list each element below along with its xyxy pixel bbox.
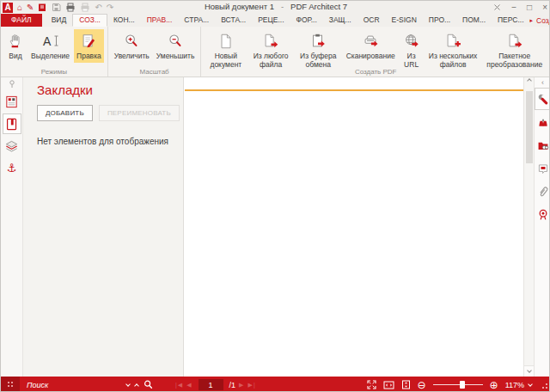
- fit-width-icon[interactable]: [383, 381, 394, 389]
- minimize-button[interactable]: −: [511, 3, 516, 13]
- zoom-out-button[interactable]: ⊖: [418, 380, 426, 390]
- ribbon: Вид A Выделение Правка Режимы: [1, 27, 550, 77]
- search-next-icon[interactable]: [125, 382, 131, 387]
- scroll-down-icon[interactable]: [524, 365, 534, 377]
- vertical-scrollbar[interactable]: [523, 77, 534, 377]
- new-document-label: Новый документ: [207, 52, 244, 69]
- add-bookmark-button[interactable]: ДОБАВИТЬ: [37, 105, 93, 121]
- stamp-panel-icon[interactable]: [535, 157, 550, 180]
- attachments-panel-icon[interactable]: [535, 181, 550, 203]
- thumbnails-panel-icon[interactable]: [3, 91, 21, 112]
- zoom-level[interactable]: 117%: [505, 381, 524, 389]
- search-input[interactable]: Поиск: [27, 381, 48, 389]
- account-label: Создать аккаунт / Войти: [536, 16, 550, 25]
- save-icon[interactable]: [52, 3, 61, 13]
- layers-panel-icon[interactable]: [3, 136, 21, 156]
- tab-convert[interactable]: КОН...: [107, 14, 141, 27]
- anchor-panel-icon[interactable]: ⚓: [3, 158, 21, 179]
- zoom-slider-handle[interactable]: [460, 381, 465, 389]
- toggle-fullscreen-icon[interactable]: [493, 3, 501, 11]
- home-icon[interactable]: ⌂: [17, 3, 22, 13]
- tab-create[interactable]: СОЗ...: [72, 14, 107, 27]
- search-panel-icon[interactable]: [535, 111, 550, 133]
- tab-review[interactable]: РЕЦЕ...: [252, 14, 290, 27]
- search-prev-icon[interactable]: [134, 383, 139, 389]
- prev-page-icon[interactable]: ◀: [186, 382, 192, 389]
- pin-panel-icon[interactable]: [3, 79, 21, 89]
- fit-page-icon[interactable]: [401, 380, 411, 389]
- edit-mode-label: Правка: [76, 52, 101, 61]
- undo-icon[interactable]: ↶: [95, 3, 101, 13]
- signatures-panel-icon[interactable]: [535, 204, 550, 226]
- ribbon-group-zoom-title: Масштаб: [108, 68, 201, 76]
- from-any-file-label: Из любого файла: [251, 52, 290, 69]
- content-area: ⚓ Закладки ДОБАВИТЬ ПЕРЕИМЕНОВАТЬ УДАЛИТ…: [1, 77, 550, 377]
- tab-insert[interactable]: ВСТА...: [215, 14, 252, 27]
- page-navigation: |◀ ◀ 1 /1 ▶ ▶|: [175, 377, 256, 392]
- open-file-icon[interactable]: [38, 3, 47, 13]
- magnifier-minus-icon: [167, 31, 184, 52]
- zoom-out-button[interactable]: Уменьшить: [154, 29, 198, 63]
- redo-icon[interactable]: ↷: [107, 3, 113, 13]
- svg-text:A: A: [43, 34, 52, 48]
- print-special-icon[interactable]: [80, 3, 90, 13]
- batch-conversion-button[interactable]: Пакетное преобразование: [482, 29, 547, 70]
- resize-grip[interactable]: [541, 381, 548, 389]
- create-account-link[interactable]: ▸ Создать аккаунт / Войти: [530, 14, 550, 27]
- tab-help[interactable]: ПОМ...: [456, 14, 492, 27]
- tab-esign[interactable]: E-SIGN: [386, 14, 423, 27]
- zoom-in-button[interactable]: Увеличить: [112, 29, 152, 63]
- scan-button[interactable]: Сканирование: [344, 29, 398, 63]
- close-button[interactable]: ×: [542, 3, 547, 13]
- tools-panel-icon[interactable]: [535, 88, 550, 110]
- zoom-in-button[interactable]: ⊕: [490, 380, 498, 390]
- tab-secure[interactable]: ЗАЩ...: [323, 14, 358, 27]
- search-in-files-panel-icon[interactable]: [535, 134, 550, 156]
- tab-vid[interactable]: ВИД: [46, 14, 73, 27]
- quick-access-toolbar: A ⌂ ✎ ↶ ↷: [1, 1, 113, 14]
- clipboard-arrow-icon: [309, 31, 327, 52]
- title-bar: A ⌂ ✎ ↶ ↷ Новый документ 1-PDF Architect…: [1, 1, 550, 14]
- first-page-icon[interactable]: |◀: [175, 382, 183, 389]
- from-clipboard-button[interactable]: Из буфера обмена: [295, 29, 342, 70]
- app-logo-icon[interactable]: A: [3, 3, 13, 13]
- zoom-in-label: Увеличить: [114, 52, 150, 61]
- maximize-button[interactable]: □: [527, 3, 532, 13]
- new-document-button[interactable]: Новый документ: [205, 29, 247, 70]
- print-icon[interactable]: [65, 3, 76, 13]
- view-mode-button[interactable]: Вид: [4, 29, 27, 63]
- from-url-button[interactable]: Из URL: [400, 29, 424, 70]
- zoom-dropdown-icon[interactable]: [528, 382, 533, 387]
- tab-ocr[interactable]: OCR: [358, 14, 386, 27]
- zoom-slider[interactable]: [433, 381, 483, 389]
- tab-edit[interactable]: ПРАВ...: [141, 14, 179, 27]
- edit-pen-icon[interactable]: ✎: [27, 3, 34, 13]
- search-icon[interactable]: [144, 380, 153, 389]
- rename-bookmark-button[interactable]: ПЕРЕИМЕНОВАТЬ: [99, 105, 180, 121]
- next-page-icon[interactable]: ▶: [239, 382, 244, 389]
- last-page-icon[interactable]: ▶|: [248, 382, 256, 389]
- tab-forms[interactable]: ФОР...: [290, 14, 323, 27]
- document-page[interactable]: [184, 77, 523, 377]
- document-title: Новый документ 1: [205, 2, 274, 11]
- from-clipboard-label: Из буфера обмена: [297, 52, 339, 69]
- tab-file[interactable]: ФАЙЛ: [1, 14, 42, 27]
- batch-conversion-label: Пакетное преобразование: [485, 52, 544, 69]
- grid-view-icon[interactable]: [1, 377, 20, 392]
- selection-mode-button[interactable]: A Выделение: [28, 29, 72, 63]
- from-multiple-files-button[interactable]: Из нескольких файлов: [425, 29, 481, 70]
- pages-arrow-icon: [505, 31, 524, 52]
- scroll-up-icon[interactable]: [524, 79, 534, 81]
- collapse-right-panel-icon[interactable]: ‹: [541, 78, 544, 87]
- tab-view[interactable]: ПРО...: [423, 14, 456, 27]
- tab-personalize[interactable]: ПЕРС...: [492, 14, 530, 27]
- tab-pages[interactable]: СТРА...: [178, 14, 215, 27]
- page-total: /1: [229, 381, 236, 389]
- bookmarks-panel-icon[interactable]: [3, 113, 21, 134]
- scrollbar-thumb[interactable]: [526, 91, 533, 163]
- ribbon-tab-bar: ФАЙЛ ВИД СОЗ... КОН... ПРАВ... СТРА... В…: [1, 14, 550, 27]
- fullscreen-icon[interactable]: [367, 380, 376, 389]
- from-any-file-button[interactable]: Из любого файла: [248, 29, 293, 70]
- page-number-input[interactable]: 1: [199, 379, 223, 390]
- edit-mode-button[interactable]: Правка: [74, 29, 104, 63]
